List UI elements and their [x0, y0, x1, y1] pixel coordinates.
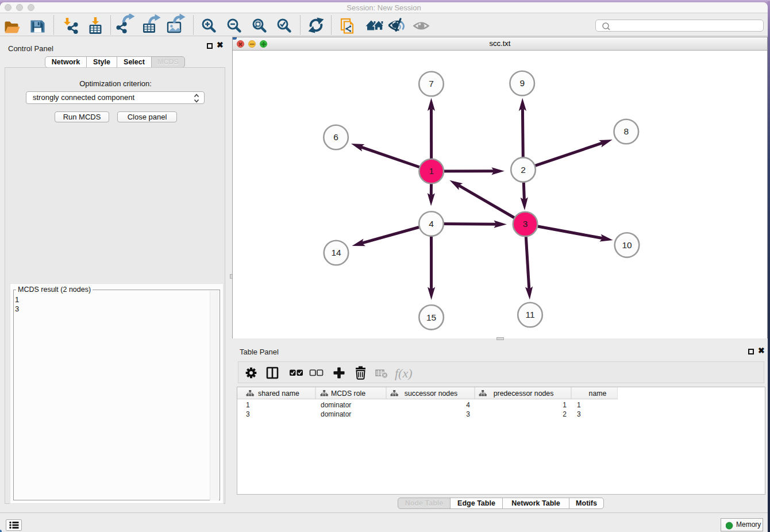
svg-text:3: 3	[523, 219, 528, 229]
svg-text:2: 2	[521, 165, 526, 175]
svg-text:shared name: shared name	[258, 390, 299, 398]
svg-text:1: 1	[429, 166, 434, 176]
svg-text:15: 15	[426, 313, 436, 322]
svg-text:11: 11	[525, 310, 534, 319]
svg-text:name: name	[589, 390, 607, 398]
svg-text:14: 14	[331, 248, 341, 257]
svg-text:8: 8	[623, 126, 629, 136]
svg-text:predecessor nodes: predecessor nodes	[494, 390, 554, 398]
svg-text:f(x): f(x)	[395, 366, 413, 380]
svg-text:9: 9	[519, 78, 525, 88]
svg-text:successor nodes: successor nodes	[405, 390, 457, 398]
svg-text:6: 6	[333, 132, 338, 142]
svg-text:4: 4	[429, 219, 434, 229]
svg-text:10: 10	[622, 240, 632, 250]
svg-text:MCDS role: MCDS role	[331, 390, 365, 398]
svg-text:7: 7	[429, 79, 434, 88]
